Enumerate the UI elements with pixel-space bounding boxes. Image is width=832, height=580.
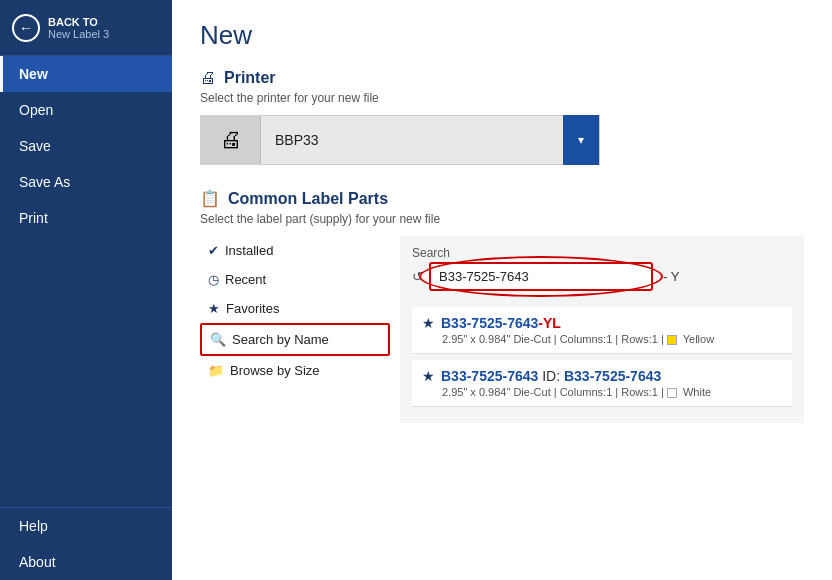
sidebar-item-save[interactable]: Save [0, 128, 172, 164]
result-name-2: B33-7525-7643 ID: B33-7525-7643 [441, 368, 661, 384]
search-by-name-label: Search by Name [232, 332, 329, 347]
installed-label: Installed [225, 243, 273, 258]
sidebar-item-about[interactable]: About [0, 544, 172, 580]
label-parts-subtitle: Select the label part (supply) for your … [200, 212, 804, 226]
recent-item[interactable]: ◷ Recent [200, 265, 390, 294]
search-by-name-item[interactable]: 🔍 Search by Name [200, 323, 390, 356]
favorites-item[interactable]: ★ Favorites [200, 294, 390, 323]
magnifier-icon: 🔍 [210, 332, 226, 347]
star-icon-result1[interactable]: ★ [422, 315, 435, 331]
label-parts-content: ✔ Installed ◷ Recent ★ Favorites 🔍 Searc… [200, 236, 804, 423]
result-id-value: B33-7525-7643 [564, 368, 661, 384]
back-circle-icon: ← [12, 14, 40, 42]
color-swatch-white [667, 388, 677, 398]
printer-section-header: 🖨 Printer [200, 69, 804, 87]
back-sublabel: New Label 3 [48, 28, 109, 40]
dash-y-label: - Y [663, 269, 679, 284]
browse-by-size-item[interactable]: 📁 Browse by Size [200, 356, 390, 385]
sidebar-item-open[interactable]: Open [0, 92, 172, 128]
checkmark-icon: ✔ [208, 243, 219, 258]
refresh-icon[interactable]: ↺ [412, 269, 423, 284]
back-button[interactable]: ← BACK TO New Label 3 [0, 0, 172, 56]
sidebar-item-print[interactable]: Print [0, 200, 172, 236]
printer-icon: 🖨 [200, 69, 216, 87]
printer-subtitle: Select the printer for your new file [200, 91, 804, 105]
result-item-2[interactable]: ★ B33-7525-7643 ID: B33-7525-7643 2.95" … [412, 360, 792, 407]
right-panel: Search ↺ - Y ★ B33-7525-7643-YL [400, 236, 804, 423]
favorites-label: Favorites [226, 301, 279, 316]
result-name-suffix-1: -YL [538, 315, 561, 331]
printer-dropdown-button[interactable]: ▾ [563, 115, 599, 165]
search-input[interactable] [431, 264, 651, 289]
recent-label: Recent [225, 272, 266, 287]
clock-icon: ◷ [208, 272, 219, 287]
printer-name-label: BBP33 [261, 132, 563, 148]
folder-icon: 📁 [208, 363, 224, 378]
installed-item[interactable]: ✔ Installed [200, 236, 390, 265]
printer-selector[interactable]: 🖨 BBP33 ▾ [200, 115, 600, 165]
color-swatch-yellow [667, 335, 677, 345]
result-name-1: B33-7525-7643-YL [441, 315, 561, 331]
result-detail-2: 2.95" x 0.984" Die-Cut | Columns:1 | Row… [422, 386, 782, 398]
label-parts-section-title: Common Label Parts [228, 190, 388, 208]
search-label: Search [412, 246, 450, 260]
sidebar-item-new[interactable]: New [0, 56, 172, 92]
printer-image-icon: 🖨 [220, 127, 242, 153]
printer-section-title: Printer [224, 69, 276, 87]
star-icon-result2[interactable]: ★ [422, 368, 435, 384]
left-panel: ✔ Installed ◷ Recent ★ Favorites 🔍 Searc… [200, 236, 400, 423]
label-parts-section-header: 📋 Common Label Parts [200, 189, 804, 208]
page-title: New [200, 20, 804, 51]
back-to-label: BACK TO [48, 16, 109, 28]
main-content: New 🖨 Printer Select the printer for you… [172, 0, 832, 580]
label-parts-icon: 📋 [200, 189, 220, 208]
sidebar-item-help[interactable]: Help [0, 508, 172, 544]
search-container: Search ↺ - Y [412, 262, 792, 291]
browse-by-size-label: Browse by Size [230, 363, 320, 378]
result-name-base-1: B33-7525-7643 [441, 315, 538, 331]
sidebar-bottom: Help About [0, 507, 172, 580]
sidebar: ← BACK TO New Label 3 New Open Save Save… [0, 0, 172, 580]
printer-icon-box: 🖨 [201, 115, 261, 165]
result-detail-1: 2.95" x 0.984" Die-Cut | Columns:1 | Row… [422, 333, 782, 345]
result-id-label: ID: [542, 368, 564, 384]
result-item-1[interactable]: ★ B33-7525-7643-YL 2.95" x 0.984" Die-Cu… [412, 307, 792, 354]
result-name-base-2: B33-7525-7643 [441, 368, 538, 384]
sidebar-item-save-as[interactable]: Save As [0, 164, 172, 200]
star-icon: ★ [208, 301, 220, 316]
search-input-wrapper [429, 262, 653, 291]
